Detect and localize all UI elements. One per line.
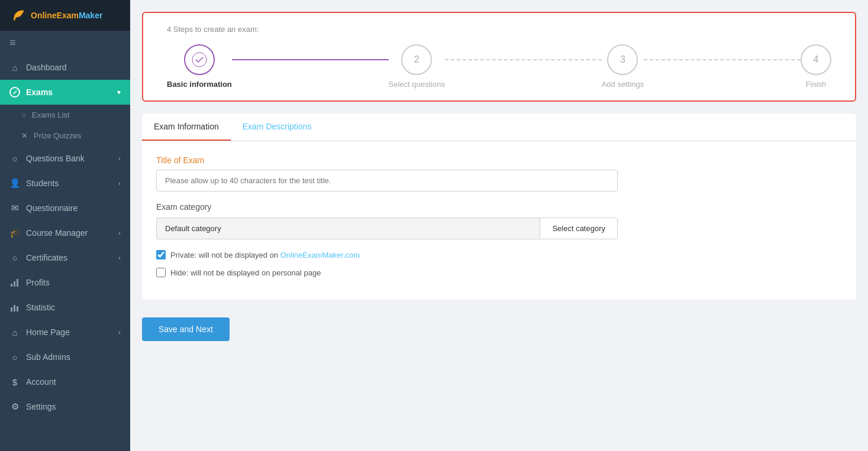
tabs-row: Exam Information Exam Descriptions [142, 113, 856, 141]
questions-bank-icon: ○ [9, 153, 20, 164]
steps-box: 4 Steps to create an exam: Basic informa… [142, 12, 856, 102]
step-1-label: Basic information [167, 80, 232, 89]
step-2: 2 Select questions [389, 44, 445, 89]
sidebar-item-home-page[interactable]: ⌂ Home Page ‹ [0, 320, 130, 345]
step-3-circle: 3 [607, 44, 638, 75]
hide-label[interactable]: Hide: will not be displayed on personal … [170, 268, 321, 277]
hide-checkbox[interactable] [156, 268, 166, 277]
home-page-icon: ⌂ [9, 327, 20, 338]
step-3: 3 Add settings [602, 44, 644, 89]
title-label: Title of Exam [156, 155, 842, 165]
step-4: 4 Finish [801, 44, 831, 89]
private-checkbox-row: Private: will not be displayed on Online… [156, 250, 842, 259]
sidebar-item-sub-admins[interactable]: ○ Sub Admins [0, 345, 130, 369]
tab-exam-information[interactable]: Exam Information [142, 113, 231, 141]
logo-icon [9, 7, 26, 24]
sidebar-item-certificates[interactable]: ○ Certificates ‹ [0, 245, 130, 270]
title-input[interactable] [156, 170, 618, 192]
sidebar-item-students[interactable]: 👤 Students ‹ [0, 171, 130, 196]
sub-admins-icon: ○ [9, 352, 20, 362]
sidebar-item-account[interactable]: $ Account [0, 369, 130, 394]
form-card: Exam Information Exam Descriptions Title… [142, 113, 856, 300]
students-icon: 👤 [9, 178, 20, 189]
sidebar-item-settings[interactable]: ⚙ Settings [0, 394, 130, 419]
menu-toggle[interactable]: ≡ [0, 31, 130, 55]
hide-checkbox-row: Hide: will not be displayed on personal … [156, 268, 842, 277]
statistic-icon [9, 302, 20, 313]
sidebar-item-exams-list[interactable]: ○ Exams List [0, 105, 130, 125]
sidebar-item-profits[interactable]: Profits [0, 270, 130, 295]
form-body: Title of Exam Exam category Default cate… [142, 141, 856, 300]
step-1: Basic information [167, 44, 232, 89]
sidebar-item-statistic[interactable]: Statistic [0, 295, 130, 320]
tab-exam-descriptions[interactable]: Exam Descriptions [231, 113, 324, 141]
svg-rect-0 [11, 284, 12, 287]
private-label[interactable]: Private: will not be displayed on Online… [170, 251, 360, 259]
sidebar-item-exams[interactable]: ✓ Exams ▾ [0, 80, 130, 105]
course-manager-icon: 🎓 [9, 228, 20, 238]
step-4-label: Finish [806, 80, 827, 89]
svg-rect-3 [11, 307, 12, 312]
sidebar-item-questions-bank[interactable]: ○ Questions Bank ‹ [0, 146, 130, 171]
logo: OnlineExamMaker [0, 0, 130, 31]
category-row: Default category Select category [156, 218, 618, 239]
certificates-chevron: ‹ [118, 254, 121, 261]
exams-icon: ✓ [9, 87, 20, 98]
step-2-circle: 2 [401, 44, 432, 75]
private-checkbox[interactable] [156, 250, 166, 259]
step-4-circle: 4 [801, 44, 831, 75]
main-content: 4 Steps to create an exam: Basic informa… [130, 0, 868, 451]
sidebar: OnlineExamMaker ≡ ⌂ Dashboard ✓ Exams ▾ … [0, 0, 130, 451]
sidebar-item-course-manager[interactable]: 🎓 Course Manager ‹ [0, 220, 130, 245]
home-page-chevron: ‹ [118, 329, 121, 336]
step-1-circle [184, 44, 215, 75]
prize-quizzes-icon: ✕ [21, 131, 28, 140]
steps-title: 4 Steps to create an exam: [167, 25, 831, 34]
sidebar-item-questionnaire[interactable]: ✉ Questionnaire [0, 196, 130, 220]
svg-point-6 [192, 53, 206, 67]
sidebar-item-prize-quizzes[interactable]: ✕ Prize Quizzes [0, 125, 130, 146]
certificates-icon: ○ [9, 252, 20, 263]
profits-icon [9, 277, 20, 288]
svg-rect-1 [14, 281, 15, 287]
step-2-label: Select questions [389, 80, 445, 89]
select-category-button[interactable]: Select category [540, 218, 618, 239]
steps-row: Basic information 2 Select questions 3 A… [167, 44, 831, 89]
connector-3-4 [644, 59, 801, 60]
account-icon: $ [9, 377, 20, 387]
connector-2-3 [445, 59, 602, 60]
course-manager-chevron: ‹ [118, 229, 121, 236]
logo-text: OnlineExamMaker [31, 10, 102, 21]
step-3-label: Add settings [602, 80, 644, 89]
svg-rect-5 [17, 306, 18, 312]
exams-list-icon: ○ [21, 111, 26, 119]
connector-1-2 [232, 59, 389, 60]
questions-bank-chevron: ‹ [118, 155, 121, 162]
settings-icon: ⚙ [9, 401, 20, 412]
save-and-next-button[interactable]: Save and Next [142, 317, 230, 341]
svg-rect-2 [17, 279, 18, 287]
category-label: Exam category [156, 202, 842, 212]
svg-rect-4 [14, 305, 15, 312]
questionnaire-icon: ✉ [9, 203, 20, 213]
sidebar-item-dashboard[interactable]: ⌂ Dashboard [0, 55, 130, 80]
category-default-text: Default category [156, 218, 540, 239]
exams-chevron: ▾ [117, 89, 121, 96]
dashboard-icon: ⌂ [9, 62, 20, 73]
students-chevron: ‹ [118, 180, 121, 187]
